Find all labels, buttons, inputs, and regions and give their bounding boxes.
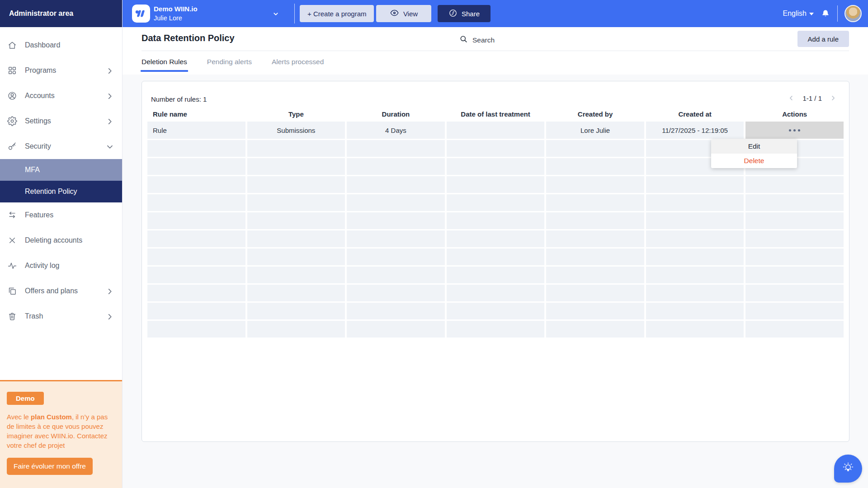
- pagination: 1-1 / 1: [787, 94, 837, 102]
- tab-deletion-rules[interactable]: Deletion Rules: [142, 51, 187, 73]
- table-empty-cell: [546, 176, 644, 193]
- table-empty-cell: [147, 212, 245, 229]
- activity-icon: [7, 260, 18, 271]
- sidebar-item-activity-log[interactable]: Activity log: [0, 253, 122, 278]
- sidebar-item-dashboard[interactable]: Dashboard: [0, 33, 122, 58]
- table-empty-cell: [147, 249, 245, 265]
- demo-panel: Demo Avec le plan Custom, il n’y a pas d…: [0, 380, 122, 488]
- sidebar-subitem-label: Retention Policy: [25, 188, 77, 196]
- table-empty-row: [147, 176, 844, 193]
- table-empty-cell: [347, 230, 445, 247]
- menu-item-edit[interactable]: Edit: [711, 139, 797, 154]
- sidebar-item-mfa[interactable]: MFA: [0, 159, 122, 181]
- table-empty-cell: [247, 321, 345, 338]
- sidebar-item-label: Programs: [25, 66, 105, 75]
- menu-item-delete[interactable]: Delete: [711, 154, 797, 168]
- sidebar: Administrator area DashboardProgramsAcco…: [0, 0, 123, 488]
- table-empty-cell: [646, 303, 744, 319]
- row-actions-button[interactable]: [745, 122, 844, 139]
- tab-alerts-processed[interactable]: Alerts processed: [272, 51, 324, 73]
- help-fab-button[interactable]: [834, 455, 862, 483]
- admin-area-header: Administrator area: [0, 0, 122, 27]
- table-empty-cell: [347, 267, 445, 283]
- key-icon: [7, 141, 18, 152]
- table-empty-cell: [147, 303, 245, 319]
- table-empty-cell: [247, 249, 345, 265]
- share-button[interactable]: Share: [438, 5, 491, 22]
- demo-badge: Demo: [7, 392, 44, 405]
- sidebar-item-retention-policy[interactable]: Retention Policy: [0, 181, 122, 202]
- table-empty-cell: [247, 158, 345, 175]
- eye-icon: [390, 8, 399, 19]
- sidebar-item-label: Security: [25, 142, 105, 150]
- tab-pending-alerts[interactable]: Pending alerts: [207, 51, 252, 73]
- workspace-name: Demo WIIN.io: [154, 5, 198, 14]
- table-empty-cell: [347, 321, 445, 338]
- workspace-switcher[interactable]: Demo WIIN.io Julie Lore: [154, 5, 198, 23]
- table-empty-cell: [447, 303, 545, 319]
- add-rule-button[interactable]: Add a rule: [797, 31, 849, 47]
- column-header: Duration: [347, 108, 445, 120]
- create-program-button[interactable]: + Create a program: [300, 5, 374, 22]
- layers-icon: [7, 286, 18, 296]
- row-actions-menu: EditDelete: [711, 139, 797, 168]
- sidebar-item-offers-and-plans[interactable]: Offers and plans: [0, 278, 122, 304]
- table-empty-cell: [447, 267, 545, 283]
- table-cell-rule_name: Rule: [147, 122, 245, 139]
- table-empty-cell: [447, 249, 545, 265]
- sidebar-item-programs[interactable]: Programs: [0, 58, 122, 83]
- table-empty-cell: [447, 212, 545, 229]
- sidebar-nav: DashboardProgramsAccountsSettingsSecurit…: [0, 27, 122, 329]
- sidebar-item-trash[interactable]: Trash: [0, 304, 122, 329]
- table-empty-cell: [447, 158, 545, 175]
- sidebar-item-settings[interactable]: Settings: [0, 108, 122, 134]
- table-empty-cell: [447, 230, 545, 247]
- pagination-label: 1-1 / 1: [802, 94, 822, 102]
- table-row: RuleSubmissions4 DaysLore Julie11/27/202…: [147, 122, 844, 139]
- sidebar-item-features[interactable]: Features: [0, 202, 122, 228]
- table-empty-cell: [646, 267, 744, 283]
- table-empty-cell: [447, 140, 545, 157]
- sidebar-item-accounts[interactable]: Accounts: [0, 83, 122, 108]
- lightbulb-icon: [840, 460, 856, 477]
- x-icon: [7, 235, 18, 246]
- main-content: Number of rules: 1 1-1 / 1 Rule nameType…: [123, 75, 868, 488]
- table-empty-cell: [247, 212, 345, 229]
- table-empty-cell: [546, 230, 644, 247]
- chevron-right-icon: [105, 286, 114, 296]
- table-empty-cell: [147, 194, 245, 211]
- table-empty-row: [147, 321, 844, 338]
- user-avatar[interactable]: [844, 5, 862, 22]
- table-empty-cell: [247, 230, 345, 247]
- column-header: Created by: [546, 108, 644, 120]
- table-empty-cell: [247, 176, 345, 193]
- upgrade-plan-button[interactable]: Faire évoluer mon offre: [7, 458, 93, 475]
- view-button[interactable]: View: [376, 5, 431, 22]
- rules-count: Number of rules: 1: [151, 95, 207, 103]
- table-empty-cell: [745, 230, 844, 247]
- workspace-chevron-down-icon[interactable]: [272, 10, 280, 20]
- sidebar-item-label: Accounts: [25, 92, 105, 100]
- column-header: Actions: [745, 108, 844, 120]
- table-empty-cell: [646, 321, 744, 338]
- language-selector[interactable]: English: [783, 9, 814, 18]
- sidebar-item-deleting-accounts[interactable]: Deleting accounts: [0, 228, 122, 253]
- chevron-right-icon: [105, 91, 114, 100]
- column-header: Rule name: [147, 108, 245, 120]
- notifications-bell-icon[interactable]: [821, 9, 830, 19]
- table-empty-cell: [546, 303, 644, 319]
- search-input[interactable]: Search: [459, 35, 495, 45]
- sidebar-subitem-label: MFA: [25, 166, 40, 174]
- table-empty-cell: [247, 303, 345, 319]
- table-header-row: Rule nameTypeDurationDate of last treatm…: [147, 108, 844, 120]
- sidebar-item-label: Settings: [25, 117, 105, 125]
- table-empty-row: [147, 212, 844, 229]
- pagination-next-icon[interactable]: [829, 94, 837, 102]
- table-empty-cell: [646, 249, 744, 265]
- table-empty-cell: [347, 176, 445, 193]
- table-empty-cell: [347, 249, 445, 265]
- sidebar-item-security[interactable]: Security: [0, 134, 122, 159]
- table-empty-cell: [546, 321, 644, 338]
- pagination-prev-icon[interactable]: [787, 94, 795, 102]
- search-placeholder: Search: [472, 36, 495, 44]
